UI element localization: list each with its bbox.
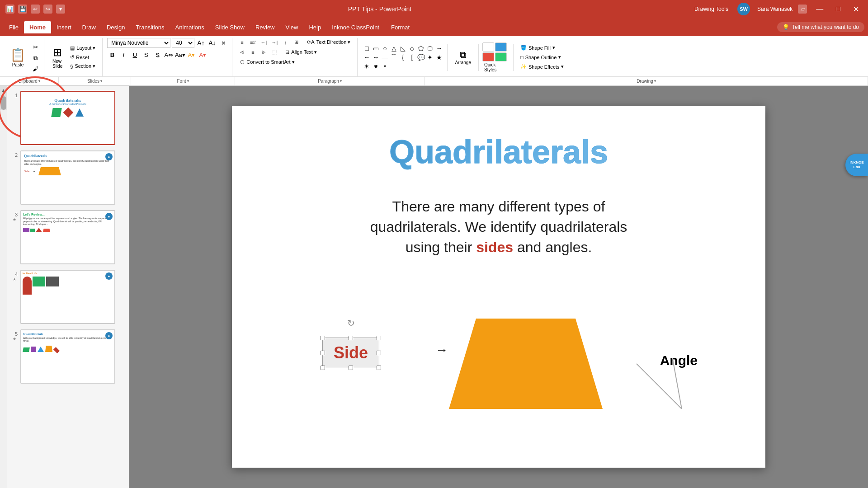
drawing-label-bar[interactable]: Drawing ▾ <box>425 77 868 85</box>
align-right-button[interactable]: ⫸ <box>259 48 269 56</box>
slide-img-1[interactable]: Quadrilaterals: A Parade of Four-Sided P… <box>20 91 115 145</box>
font-name-select[interactable]: Minya Nouvelle <box>107 38 170 48</box>
shape-arrow-double[interactable]: ↔ <box>371 53 380 62</box>
change-case-button[interactable]: Aa▾ <box>175 50 185 60</box>
slide-img-2[interactable]: ● Quadrilaterals There are many differen… <box>20 150 115 205</box>
qs-item-1[interactable] <box>482 42 494 52</box>
handle-tr[interactable] <box>377 336 381 340</box>
slide-thumb-5[interactable]: 5 ★ ● Quadrilaterals With your backgroun… <box>10 328 126 385</box>
rotate-handle[interactable]: ↻ <box>347 318 355 328</box>
char-spacing-button[interactable]: A⇔ <box>164 50 174 60</box>
justify-button[interactable]: ⬚ <box>269 48 279 56</box>
shape-star6[interactable]: ✶ <box>362 62 371 71</box>
handle-br[interactable] <box>377 366 381 370</box>
handle-tl[interactable] <box>321 336 325 340</box>
shape-right-triangle[interactable]: ◺ <box>398 44 407 53</box>
menu-home[interactable]: Home <box>24 21 51 33</box>
shape-rounded-rect[interactable]: ▭ <box>371 44 380 53</box>
shape-hexagon[interactable]: ⬡ <box>425 44 434 53</box>
qs-item-2[interactable] <box>495 42 507 52</box>
new-slide-button[interactable]: ⊞ NewSlide <box>49 44 66 70</box>
shape-arrow-left[interactable]: ← <box>362 53 371 62</box>
format-painter-button[interactable]: 🖌 <box>30 64 40 74</box>
inknoe-button[interactable]: INKNOEEdu <box>845 154 868 176</box>
menu-animations[interactable]: Animations <box>170 21 210 33</box>
slide-thumb-4[interactable]: 4 ★ ● In Real Life <box>10 268 126 325</box>
paragraph-label-bar[interactable]: Paragraph ▾ <box>235 77 425 85</box>
clipboard-label-bar[interactable]: Clipboard ▾ <box>0 77 59 85</box>
close-button[interactable]: ✕ <box>849 4 863 14</box>
slides-label-bar[interactable]: Slides ▾ <box>59 77 131 85</box>
tell-me-box[interactable]: 💡 Tell me what you want to do <box>777 22 864 32</box>
quick-access-more[interactable]: ▾ <box>56 5 65 14</box>
shape-rect[interactable]: □ <box>362 44 371 53</box>
menu-insert[interactable]: Insert <box>51 21 77 33</box>
arrange-button[interactable]: ⧉ Arrange <box>451 48 475 67</box>
undo-button[interactable]: ↩ <box>31 5 40 14</box>
shape-star5[interactable]: ★ <box>434 53 443 62</box>
decrease-indent-button[interactable]: ←| <box>259 38 269 47</box>
shadow-button[interactable]: S <box>152 50 162 60</box>
shape-fill-button[interactable]: 🪣 Shape Fill ▾ <box>517 43 567 52</box>
maximize-button[interactable]: □ <box>832 4 844 14</box>
section-button[interactable]: § Section ▾ <box>67 62 99 70</box>
shape-circle[interactable]: ○ <box>380 44 389 53</box>
qs-item-3[interactable] <box>482 52 494 61</box>
menu-slideshow[interactable]: Slide Show <box>210 21 250 33</box>
shape-line[interactable]: — <box>380 53 389 62</box>
highlight-color-button[interactable]: A▾ <box>186 50 196 60</box>
layout-button[interactable]: ▤ Layout ▾ <box>67 44 99 52</box>
menu-format[interactable]: Format <box>385 21 416 33</box>
menu-review[interactable]: Review <box>250 21 280 33</box>
bullets-button[interactable]: ≡ <box>237 38 247 47</box>
menu-draw[interactable]: Draw <box>77 21 101 33</box>
decrease-font-button[interactable]: A↓ <box>207 38 217 48</box>
strikethrough-button[interactable]: S <box>141 50 151 60</box>
bold-button[interactable]: B <box>107 50 117 60</box>
line-spacing-button[interactable]: ↕ <box>280 38 290 47</box>
handle-tc[interactable] <box>349 336 353 340</box>
font-size-select[interactable]: 40 <box>172 38 194 48</box>
font-label-bar[interactable]: Font ▾ <box>131 77 235 85</box>
shape-effects-button[interactable]: ✨ Shape Effects ▾ <box>517 62 567 71</box>
font-color-button[interactable]: A▾ <box>198 50 208 60</box>
align-text-button[interactable]: ⊟ Align Text ▾ <box>282 48 320 56</box>
slide-img-4[interactable]: ● In Real Life <box>20 270 115 324</box>
quick-styles-button[interactable]: Quick Styles <box>482 62 509 72</box>
align-center-button[interactable]: ≡ <box>248 48 258 56</box>
numbering-button[interactable]: ≡# <box>248 38 258 47</box>
slide-thumb-3[interactable]: 3 ★ ● Let's Review... All polygons are m… <box>10 209 126 266</box>
slide-img-5[interactable]: ● Quadrilaterals With your background kn… <box>20 329 115 384</box>
minimize-button[interactable]: — <box>812 4 827 14</box>
increase-font-button[interactable]: A↑ <box>196 38 206 48</box>
handle-bc[interactable] <box>349 366 353 370</box>
paste-button[interactable]: 📋 Paste <box>6 46 29 69</box>
slide-img-3[interactable]: ● Let's Review... All polygons are made … <box>20 210 115 264</box>
shape-more[interactable]: ▾ <box>380 62 389 71</box>
clear-format-button[interactable]: ✕ <box>218 38 228 48</box>
shape-callout[interactable]: 💬 <box>416 53 425 62</box>
shape-heart[interactable]: ♥ <box>371 62 380 71</box>
scroll-up-button[interactable]: ▲ <box>0 86 7 94</box>
underline-button[interactable]: U <box>130 50 140 60</box>
ribbon-toggle[interactable]: ▱ <box>798 5 807 14</box>
menu-file[interactable]: File <box>4 21 24 33</box>
menu-transitions[interactable]: Transitions <box>130 21 170 33</box>
shape-arrow-right[interactable]: → <box>434 44 443 53</box>
increase-indent-button[interactable]: →| <box>269 38 279 47</box>
italic-button[interactable]: I <box>118 50 128 60</box>
handle-ml[interactable] <box>321 351 325 355</box>
slide-thumb-2[interactable]: 2 ● Quadrilaterals There are many differ… <box>10 149 126 206</box>
slide-thumb-1[interactable]: 1 Quadrilaterals: A Parade of Four-Sided… <box>10 89 126 146</box>
align-left-button[interactable]: ⫷ <box>237 48 247 56</box>
redo-button[interactable]: ↪ <box>43 5 52 14</box>
menu-inknoe[interactable]: Inknoe ClassPoint <box>326 21 385 33</box>
menu-help[interactable]: Help <box>303 21 326 33</box>
save-button[interactable]: 💾 <box>18 5 27 14</box>
qs-item-4[interactable] <box>495 52 507 61</box>
copy-button[interactable]: ⧉ <box>30 53 40 63</box>
shape-bracket[interactable]: [ <box>407 53 416 62</box>
shape-outline-button[interactable]: □ Shape Outline ▾ <box>517 53 567 61</box>
menu-design[interactable]: Design <box>101 21 130 33</box>
slide-canvas[interactable]: Quadrilaterals There are many different … <box>232 106 765 468</box>
